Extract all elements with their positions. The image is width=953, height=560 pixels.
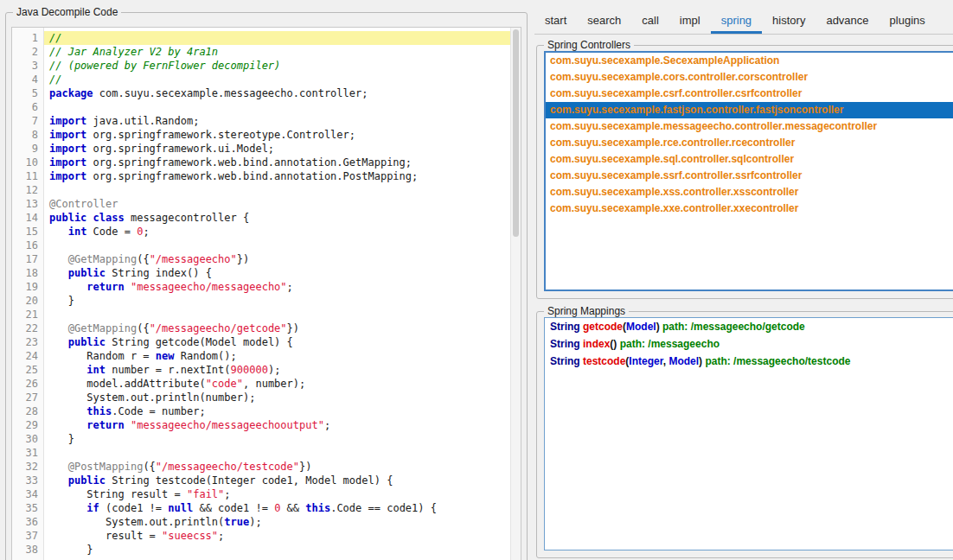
code-line[interactable]: import java.util.Random;	[44, 114, 521, 128]
tab-bar: startsearchcallimplspringhistoryadvancep…	[534, 9, 953, 35]
controller-list-item[interactable]: com.suyu.secexample.xss.controller.xssco…	[546, 184, 953, 200]
code-line[interactable]: return "messageecho/messageechooutput";	[44, 418, 521, 432]
line-number: 36	[12, 515, 38, 529]
line-number: 10	[12, 156, 38, 169]
line-number: 3	[12, 59, 38, 73]
controller-list-item[interactable]: com.suyu.secexample.sql.controller.sqlco…	[546, 151, 953, 168]
line-number: 33	[12, 474, 38, 487]
tab-plugins[interactable]: plugins	[879, 9, 936, 34]
decompile-panel-title: Java Decompile Code	[13, 6, 121, 19]
code-line[interactable]: // Jar Analyzer V2 by 4ra1n	[44, 45, 521, 59]
line-number: 21	[12, 308, 38, 321]
tab-impl[interactable]: impl	[669, 9, 711, 34]
mapping-list-item[interactable]: String getcode(Model) path: /messageecho…	[545, 318, 953, 335]
code-line[interactable]: public String testcode(Integer code1, Mo…	[44, 474, 521, 487]
code-line[interactable]: return "messageecho/messageecho";	[44, 280, 521, 294]
app-window: Java Decompile Code 12345678910111213141…	[0, 0, 953, 560]
line-number: 18	[12, 266, 38, 280]
code-line[interactable]	[44, 100, 521, 114]
scrollbar-thumb[interactable]	[513, 29, 519, 237]
mapping-list-item[interactable]: String index() path: /messageecho	[545, 335, 953, 353]
code-line[interactable]: System.out.println(number);	[44, 391, 521, 404]
tab-start[interactable]: start	[534, 9, 577, 34]
tab-call[interactable]: call	[631, 9, 669, 34]
code-line[interactable]	[44, 308, 521, 321]
line-number: 37	[12, 529, 38, 543]
code-line[interactable]: public String index() {	[44, 266, 521, 280]
code-line[interactable]: import org.springframework.stereotype.Co…	[44, 128, 521, 142]
code-line[interactable]: int Code = 0;	[44, 225, 521, 239]
line-number: 25	[12, 363, 38, 377]
tab-spring[interactable]: spring	[711, 9, 762, 34]
spring-mappings-list[interactable]: String getcode(Model) path: /messageecho…	[544, 317, 953, 550]
line-number: 8	[12, 128, 38, 142]
line-number: 38	[12, 543, 38, 557]
line-number: 20	[12, 294, 38, 308]
line-number: 9	[12, 142, 38, 156]
code-line[interactable]: @Controller	[44, 197, 521, 211]
editor-vertical-scrollbar[interactable]	[510, 28, 521, 560]
line-number: 32	[12, 460, 38, 474]
controller-list-item[interactable]: com.suyu.secexample.rce.controller.rceco…	[546, 135, 953, 151]
controller-list-item[interactable]: com.suyu.secexample.fastjson.controller.…	[546, 102, 953, 118]
code-content[interactable]: //// Jar Analyzer V2 by 4ra1n// (powered…	[44, 28, 521, 560]
controller-list-item[interactable]: com.suyu.secexample.csrf.controller.csrf…	[546, 86, 953, 102]
code-editor[interactable]: 1234567891011121314151617181920212223242…	[11, 27, 521, 560]
tab-advance[interactable]: advance	[815, 9, 879, 34]
controller-list-item[interactable]: com.suyu.secexample.xxe.controller.xxeco…	[546, 200, 953, 217]
controller-list-item[interactable]: com.suyu.secexample.ssrf.controller.ssrf…	[546, 168, 953, 184]
spring-controllers-list[interactable]: com.suyu.secexample.SecexampleApplicatio…	[544, 51, 953, 291]
decompile-panel: Java Decompile Code 12345678910111213141…	[5, 12, 528, 560]
line-number: 29	[12, 418, 38, 432]
line-number: 11	[12, 169, 38, 183]
line-number: 26	[12, 377, 38, 391]
code-line[interactable]: }	[44, 294, 521, 308]
code-line[interactable]: // (powered by FernFlower decompiler)	[44, 59, 521, 73]
code-line[interactable]: @GetMapping({"/messageecho"})	[44, 252, 521, 266]
code-line[interactable]: import org.springframework.web.bind.anno…	[44, 156, 521, 169]
code-line[interactable]	[44, 239, 521, 252]
code-line[interactable]: String result = "fail";	[44, 487, 521, 501]
tab-search[interactable]: search	[577, 9, 631, 34]
code-line[interactable]: package com.suyu.secexample.messageecho.…	[44, 86, 521, 100]
line-number: 28	[12, 404, 38, 418]
code-line[interactable]: //	[44, 73, 521, 86]
code-line[interactable]: import org.springframework.ui.Model;	[44, 142, 521, 156]
code-line[interactable]: model.addAttribute("code", number);	[44, 377, 521, 391]
spring-controllers-title: Spring Controllers	[544, 39, 634, 52]
code-line[interactable]	[44, 183, 521, 197]
code-line[interactable]: //	[44, 31, 521, 45]
code-line[interactable]: Random r = new Random();	[44, 349, 521, 363]
code-line[interactable]: @PostMapping({"/messageecho/testcode"})	[44, 460, 521, 474]
code-line[interactable]: if (code1 != null && code1 != 0 && this.…	[44, 501, 521, 515]
line-number: 22	[12, 321, 38, 335]
code-line[interactable]: this.Code = number;	[44, 404, 521, 418]
code-line[interactable]: }	[44, 543, 521, 557]
line-number: 5	[12, 86, 38, 100]
mapping-list-item[interactable]: String testcode(Integer, Model) path: /m…	[545, 353, 953, 370]
controller-list-item[interactable]: com.suyu.secexample.SecexampleApplicatio…	[546, 53, 953, 69]
code-line[interactable]: import org.springframework.web.bind.anno…	[44, 169, 521, 183]
controller-list-item[interactable]: com.suyu.secexample.cors.controller.cors…	[546, 69, 953, 86]
code-line[interactable]: }	[44, 432, 521, 446]
line-number: 19	[12, 280, 38, 294]
spring-mappings-title: Spring Mappings	[544, 305, 629, 318]
line-number: 4	[12, 73, 38, 86]
line-number: 23	[12, 335, 38, 349]
line-number-gutter: 1234567891011121314151617181920212223242…	[12, 28, 44, 560]
line-number: 30	[12, 432, 38, 446]
code-line[interactable]: public class messagecontroller {	[44, 211, 521, 225]
line-number: 24	[12, 349, 38, 363]
line-number: 35	[12, 501, 38, 515]
code-line[interactable]: System.out.println(true);	[44, 515, 521, 529]
line-number: 14	[12, 211, 38, 225]
line-number: 17	[12, 252, 38, 266]
code-line[interactable]	[44, 446, 521, 460]
code-line[interactable]: public String getcode(Model model) {	[44, 335, 521, 349]
controller-list-item[interactable]: com.suyu.secexample.messageecho.controll…	[546, 118, 953, 135]
code-line[interactable]: @GetMapping({"/messageecho/getcode"})	[44, 321, 521, 335]
tab-history[interactable]: history	[762, 9, 815, 34]
line-number: 6	[12, 100, 38, 114]
code-line[interactable]: result = "sueecss";	[44, 529, 521, 543]
code-line[interactable]: int number = r.nextInt(900000);	[44, 363, 521, 377]
